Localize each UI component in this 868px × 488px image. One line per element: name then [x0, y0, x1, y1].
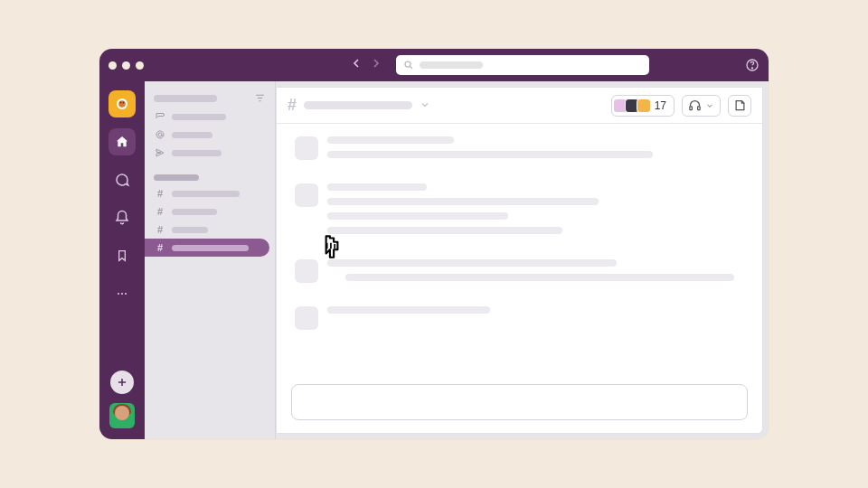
channel-menu-button[interactable]: [420, 98, 430, 114]
message-item[interactable]: [295, 306, 744, 330]
sidebar-channel-item[interactable]: #: [145, 221, 275, 239]
channel-hash-icon: #: [288, 96, 297, 115]
sidebar-item-drafts[interactable]: [145, 144, 275, 162]
home-icon: [115, 135, 129, 149]
message-avatar: [295, 306, 318, 330]
sidebar-workspace-header[interactable]: [145, 89, 275, 108]
search-icon: [403, 60, 414, 70]
rail-home-button[interactable]: [108, 128, 136, 155]
message-list: [277, 124, 762, 384]
huddle-button[interactable]: [682, 95, 721, 117]
user-avatar[interactable]: [109, 403, 135, 428]
nav-forward-button[interactable]: [369, 56, 383, 74]
filter-icon: [254, 92, 266, 104]
message-item[interactable]: [295, 259, 744, 288]
members-button[interactable]: 17: [611, 95, 675, 117]
channel-view: # 17: [276, 87, 763, 434]
sidebar-channel-item[interactable]: #: [145, 202, 275, 221]
more-icon: [115, 286, 129, 301]
svg-point-10: [158, 133, 162, 136]
sidebar-channel-item-active[interactable]: #: [145, 239, 269, 257]
channel-sidebar: # # # #: [145, 81, 276, 439]
help-button[interactable]: [745, 58, 760, 72]
chat-icon: [114, 172, 130, 188]
svg-point-8: [121, 293, 123, 295]
bookmark-icon: [115, 249, 129, 263]
svg-point-2: [751, 68, 752, 69]
search-input[interactable]: [396, 55, 649, 75]
rail-add-button[interactable]: [110, 371, 134, 394]
message-avatar: [295, 136, 318, 160]
channel-header: # 17: [277, 88, 762, 124]
member-count: 17: [655, 99, 666, 112]
rail-dms-button[interactable]: [108, 166, 136, 193]
chevron-down-icon: [705, 101, 714, 110]
message-item[interactable]: [295, 136, 744, 165]
canvas-icon: [733, 99, 747, 112]
channel-name-placeholder[interactable]: [304, 101, 412, 109]
bell-icon: [114, 210, 130, 226]
rail-more-button[interactable]: [108, 280, 136, 307]
titlebar: [99, 49, 769, 81]
chevron-down-icon: [420, 99, 430, 110]
rail-activity-button[interactable]: [108, 204, 136, 231]
headphones-icon: [688, 99, 702, 112]
svg-point-5: [120, 102, 122, 104]
svg-point-4: [118, 100, 126, 108]
sidebar-item-mentions[interactable]: [145, 126, 275, 144]
svg-rect-12: [698, 107, 701, 110]
svg-point-6: [123, 102, 125, 104]
workspace-switcher[interactable]: [108, 90, 136, 117]
member-avatars: [616, 99, 651, 113]
canvas-button[interactable]: [728, 95, 751, 117]
svg-point-7: [118, 293, 119, 295]
workspace-rail: [99, 81, 145, 439]
message-avatar: [295, 183, 318, 207]
app-window: # # # # # 17: [99, 49, 769, 439]
svg-point-9: [125, 293, 127, 295]
nav-back-button[interactable]: [349, 56, 363, 74]
plus-icon: [116, 376, 128, 389]
sidebar-channel-item[interactable]: #: [145, 184, 275, 202]
sidebar-section-header[interactable]: [145, 171, 275, 184]
window-controls[interactable]: [108, 61, 144, 70]
message-composer[interactable]: [291, 384, 748, 420]
svg-point-0: [405, 61, 410, 67]
message-avatar: [295, 259, 318, 283]
message-item[interactable]: [295, 183, 744, 241]
sidebar-item-threads[interactable]: [145, 108, 275, 126]
rail-later-button[interactable]: [108, 242, 136, 269]
svg-rect-11: [690, 107, 693, 110]
